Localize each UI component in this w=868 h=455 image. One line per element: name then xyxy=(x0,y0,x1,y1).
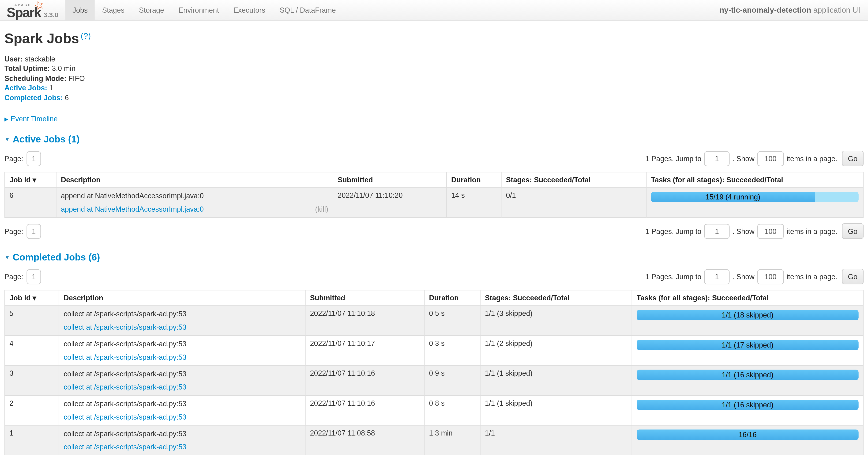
column-header-job-id[interactable]: Job Id ▾ xyxy=(5,290,59,306)
stages-cell: 1/1 xyxy=(480,425,632,455)
task-progress-bar: 15/19 (4 running) xyxy=(651,192,859,202)
pagination-bar: Page: 1 Pages. Jump to . Show items in a… xyxy=(4,264,864,289)
tab-stages[interactable]: Stages xyxy=(95,0,132,21)
job-description-link[interactable]: append at NativeMethodAccessorImpl.java:… xyxy=(61,204,204,214)
kill-link[interactable]: (kill) xyxy=(315,204,328,214)
event-timeline-label: Event Timeline xyxy=(10,115,58,123)
nav-tabs: Jobs Stages Storage Environment Executor… xyxy=(65,0,343,21)
pages-text: 1 Pages. Jump to xyxy=(646,227,702,235)
page-input[interactable] xyxy=(27,151,41,166)
column-header-tasks[interactable]: Tasks (for all stages): Succeeded/Total xyxy=(646,172,863,188)
completed-jobs-link[interactable]: Completed Jobs: xyxy=(4,93,63,102)
column-header-submitted[interactable]: Submitted xyxy=(305,290,424,306)
jump-to-input[interactable] xyxy=(704,269,730,284)
stages-cell: 1/1 (3 skipped) xyxy=(480,306,632,336)
page-title: Spark Jobs(?) xyxy=(4,31,864,46)
submitted-cell: 2022/11/07 11:10:18 xyxy=(305,306,424,336)
submitted-cell: 2022/11/07 11:10:20 xyxy=(333,188,446,218)
active-jobs-section-header[interactable]: ▼Active Jobs (1) xyxy=(4,134,864,145)
table-row: 4 collect at /spark-scripts/spark-ad.py:… xyxy=(5,336,863,366)
tab-jobs[interactable]: Jobs xyxy=(65,0,95,21)
show-text: . Show xyxy=(733,227,754,235)
stages-cell: 1/1 (1 skipped) xyxy=(480,365,632,395)
column-header-tasks[interactable]: Tasks (for all stages): Succeeded/Total xyxy=(632,290,863,306)
tab-environment[interactable]: Environment xyxy=(172,0,226,21)
submitted-cell: 2022/11/07 11:08:58 xyxy=(305,425,424,455)
go-button[interactable]: Go xyxy=(842,269,864,284)
task-progress-bar: 16/16 xyxy=(637,429,859,440)
job-description-link[interactable]: collect at /spark-scripts/spark-ad.py:53 xyxy=(64,352,187,362)
tab-storage[interactable]: Storage xyxy=(132,0,172,21)
duration-cell: 0.3 s xyxy=(424,336,480,366)
job-description: collect at /spark-scripts/spark-ad.py:53 xyxy=(64,369,301,378)
column-header-stages[interactable]: Stages: Succeeded/Total xyxy=(480,290,632,306)
help-link[interactable]: (?) xyxy=(81,31,91,40)
page-input[interactable] xyxy=(27,269,41,284)
expand-arrow-icon: ▶ xyxy=(4,116,8,122)
go-button[interactable]: Go xyxy=(842,151,864,166)
table-row: 2 collect at /spark-scripts/spark-ad.py:… xyxy=(5,395,863,425)
completed-jobs-table: Job Id ▾ Description Submitted Duration … xyxy=(4,290,864,455)
job-description: collect at /spark-scripts/spark-ad.py:53 xyxy=(64,429,301,438)
summary-completed-jobs: Completed Jobs: 6 xyxy=(4,93,864,103)
job-id-cell: 5 xyxy=(5,306,59,336)
summary-active-jobs: Active Jobs: 1 xyxy=(4,83,864,93)
job-description-link[interactable]: collect at /spark-scripts/spark-ad.py:53 xyxy=(64,412,187,422)
tasks-cell: 1/1 (16 skipped) xyxy=(632,365,863,395)
application-title: ny-tlc-anomaly-detection application UI xyxy=(719,0,868,21)
table-row: 6 append at NativeMethodAccessorImpl.jav… xyxy=(5,188,863,218)
pages-text: 1 Pages. Jump to xyxy=(646,273,702,281)
job-description-link[interactable]: collect at /spark-scripts/spark-ad.py:53 xyxy=(64,382,187,392)
task-progress-label: 1/1 (17 skipped) xyxy=(722,341,773,349)
items-text: items in a page. xyxy=(787,273,838,281)
jump-to-input[interactable] xyxy=(704,151,730,166)
show-input[interactable] xyxy=(757,151,784,166)
tasks-cell: 1/1 (18 skipped) xyxy=(632,306,863,336)
column-header-duration[interactable]: Duration xyxy=(424,290,480,306)
go-button[interactable]: Go xyxy=(842,223,864,239)
active-jobs-link[interactable]: Active Jobs: xyxy=(4,84,48,92)
show-text: . Show xyxy=(733,273,754,281)
job-description-link[interactable]: collect at /spark-scripts/spark-ad.py:53 xyxy=(64,322,187,332)
table-row: 5 collect at /spark-scripts/spark-ad.py:… xyxy=(5,306,863,336)
column-header-stages[interactable]: Stages: Succeeded/Total xyxy=(501,172,646,188)
column-header-job-id[interactable]: Job Id ▾ xyxy=(5,172,56,188)
table-row: 1 collect at /spark-scripts/spark-ad.py:… xyxy=(5,425,863,455)
summary-scheduling-mode: Scheduling Mode: FIFO xyxy=(4,74,864,83)
duration-cell: 0.9 s xyxy=(424,365,480,395)
summary-user: User: stackable xyxy=(4,54,864,64)
job-summary: User: stackable Total Uptime: 3.0 min Sc… xyxy=(4,54,864,103)
show-input[interactable] xyxy=(757,269,784,284)
job-id-cell: 2 xyxy=(5,395,59,425)
description-cell: append at NativeMethodAccessorImpl.java:… xyxy=(56,188,333,218)
completed-jobs-section-header[interactable]: ▼Completed Jobs (6) xyxy=(4,252,864,263)
job-id-cell: 3 xyxy=(5,365,59,395)
column-header-description[interactable]: Description xyxy=(59,290,305,306)
application-suffix: application UI xyxy=(811,6,860,15)
page-input[interactable] xyxy=(27,224,41,239)
description-cell: collect at /spark-scripts/spark-ad.py:53… xyxy=(59,425,305,455)
show-input[interactable] xyxy=(757,224,784,239)
submitted-cell: 2022/11/07 11:10:16 xyxy=(305,395,424,425)
task-progress-bar: 1/1 (17 skipped) xyxy=(637,340,859,350)
tasks-cell: 15/19 (4 running) xyxy=(646,188,863,218)
column-header-submitted[interactable]: Submitted xyxy=(333,172,446,188)
column-header-duration[interactable]: Duration xyxy=(446,172,501,188)
column-header-description[interactable]: Description xyxy=(56,172,333,188)
tab-sql-dataframe[interactable]: SQL / DataFrame xyxy=(273,0,343,21)
stages-cell: 1/1 (1 skipped) xyxy=(480,395,632,425)
spark-version: 3.3.0 xyxy=(43,11,58,19)
job-description-link[interactable]: collect at /spark-scripts/spark-ad.py:53 xyxy=(64,442,187,452)
jump-to-input[interactable] xyxy=(704,224,730,239)
items-text: items in a page. xyxy=(787,227,838,235)
task-progress-label: 1/1 (18 skipped) xyxy=(722,311,773,319)
event-timeline-toggle[interactable]: ▶Event Timeline xyxy=(4,115,58,123)
stages-cell: 1/1 (2 skipped) xyxy=(480,336,632,366)
description-cell: collect at /spark-scripts/spark-ad.py:53… xyxy=(59,395,305,425)
task-progress-bar: 1/1 (18 skipped) xyxy=(637,310,859,320)
tab-executors[interactable]: Executors xyxy=(226,0,273,21)
description-cell: collect at /spark-scripts/spark-ad.py:53… xyxy=(59,306,305,336)
description-cell: collect at /spark-scripts/spark-ad.py:53… xyxy=(59,365,305,395)
duration-cell: 14 s xyxy=(446,188,501,218)
job-id-cell: 1 xyxy=(5,425,59,455)
